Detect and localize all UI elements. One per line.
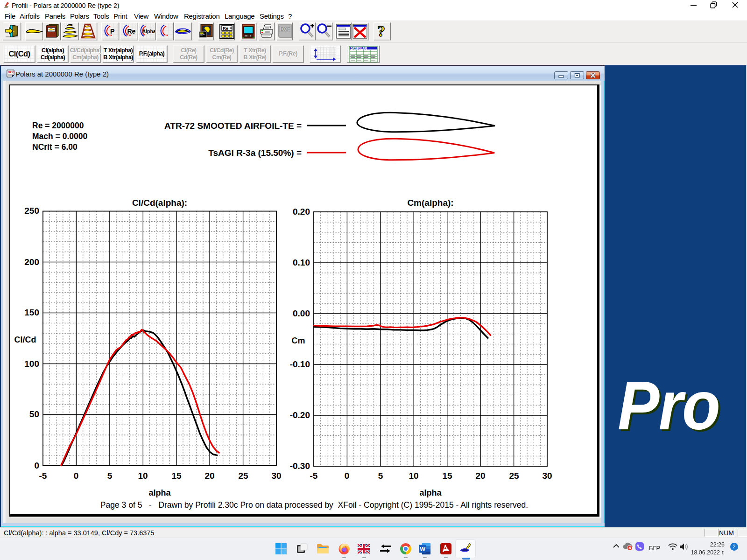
svg-text:Mach = 0.0000: Mach = 0.0000 — [32, 132, 87, 141]
svg-text:Cm: Cm — [291, 336, 305, 345]
svg-text:25: 25 — [238, 471, 248, 481]
svg-text:150: 150 — [24, 308, 39, 317]
svg-text:alpha: alpha — [148, 488, 171, 497]
svg-text:5: 5 — [107, 471, 113, 481]
svg-text:W: W — [420, 546, 425, 553]
svg-text:-0.30: -0.30 — [290, 461, 310, 471]
svg-text:30: 30 — [271, 471, 281, 481]
svg-text:100: 100 — [24, 359, 39, 369]
svg-text:Re = 2000000: Re = 2000000 — [32, 121, 84, 130]
svg-text:Alpha: Alpha — [142, 28, 155, 34]
svg-text:10: 10 — [138, 471, 148, 481]
svg-text:-0.10: -0.10 — [290, 359, 310, 369]
svg-text:-5: -5 — [310, 471, 318, 481]
svg-text:NCrit = 6.00: NCrit = 6.00 — [32, 142, 78, 152]
svg-text:20: 20 — [204, 471, 214, 481]
svg-text:-0.20: -0.20 — [290, 410, 310, 420]
svg-text:P: P — [110, 28, 114, 35]
svg-text:DXF: DXF — [281, 27, 290, 32]
svg-text:15: 15 — [171, 471, 182, 481]
svg-text:alpha: alpha — [419, 488, 442, 497]
svg-text:0.10: 0.10 — [293, 258, 310, 267]
svg-text:15: 15 — [442, 471, 452, 481]
svg-text:250: 250 — [24, 206, 39, 216]
svg-text:0.00: 0.00 — [293, 308, 310, 318]
svg-text:5: 5 — [378, 471, 383, 481]
svg-text:-5: -5 — [39, 471, 47, 481]
svg-text:DATI POLARI: DATI POLARI — [351, 47, 367, 50]
svg-text:200: 200 — [24, 257, 39, 267]
svg-text:Cm(alpha):: Cm(alpha): — [407, 198, 453, 208]
svg-text:20: 20 — [475, 471, 485, 481]
svg-text:10: 10 — [409, 471, 418, 481]
svg-text:25: 25 — [509, 471, 519, 481]
svg-text:0.20: 0.20 — [293, 207, 310, 217]
svg-text:0: 0 — [345, 471, 350, 481]
svg-text:50: 50 — [29, 409, 39, 419]
svg-text:0: 0 — [74, 471, 79, 481]
svg-text:TsAGI R-3a (15.50%) =: TsAGI R-3a (15.50%) = — [208, 148, 302, 158]
svg-text:ATR-72 SMOOTED AIRFOIL-TE =: ATR-72 SMOOTED AIRFOIL-TE = — [164, 121, 302, 131]
svg-text:0: 0 — [34, 461, 39, 470]
svg-text:?: ? — [377, 23, 385, 40]
svg-text:Re =: Re = — [223, 26, 233, 31]
svg-text:Cl/Cd: Cl/Cd — [14, 335, 36, 344]
svg-text:Re: Re — [127, 28, 135, 35]
svg-text:30: 30 — [542, 471, 552, 481]
svg-text:Page 3 of 5 - Drawn by Pro: Page 3 of 5 - Drawn by Profili 2.30c Pro… — [100, 500, 528, 510]
svg-text:Cl/Cd(alpha):: Cl/Cd(alpha): — [132, 198, 187, 208]
svg-text:DOC: DOC — [8, 70, 14, 74]
